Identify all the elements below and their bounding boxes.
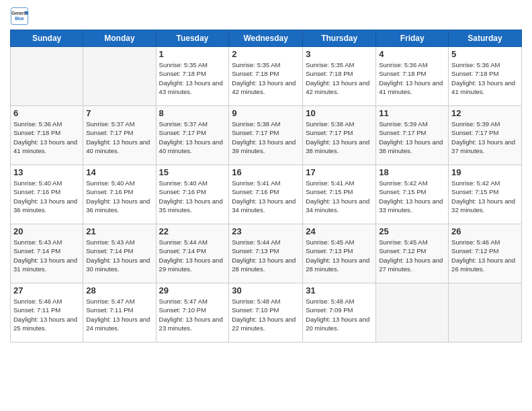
day-info: Sunrise: 5:46 AM Sunset: 7:12 PM Dayligh… bbox=[451, 238, 519, 273]
day-cell: 29Sunrise: 5:47 AM Sunset: 7:10 PM Dayli… bbox=[156, 283, 229, 342]
day-cell bbox=[449, 283, 522, 342]
weekday-saturday: Saturday bbox=[449, 30, 522, 47]
day-number: 24 bbox=[306, 226, 373, 236]
day-info: Sunrise: 5:44 AM Sunset: 7:14 PM Dayligh… bbox=[159, 238, 226, 273]
day-number: 8 bbox=[159, 108, 226, 118]
day-info: Sunrise: 5:48 AM Sunset: 7:09 PM Dayligh… bbox=[306, 297, 373, 332]
day-info: Sunrise: 5:40 AM Sunset: 7:16 PM Dayligh… bbox=[86, 179, 152, 214]
day-number: 22 bbox=[159, 226, 226, 236]
day-number: 10 bbox=[306, 108, 373, 118]
day-cell: 25Sunrise: 5:45 AM Sunset: 7:12 PM Dayli… bbox=[376, 224, 449, 283]
day-info: Sunrise: 5:36 AM Sunset: 7:18 PM Dayligh… bbox=[451, 60, 519, 96]
weekday-friday: Friday bbox=[376, 30, 449, 47]
day-number: 4 bbox=[379, 49, 445, 59]
day-info: Sunrise: 5:44 AM Sunset: 7:13 PM Dayligh… bbox=[232, 238, 300, 273]
day-number: 5 bbox=[451, 49, 519, 59]
day-number: 18 bbox=[379, 167, 445, 177]
day-cell: 7Sunrise: 5:37 AM Sunset: 7:17 PM Daylig… bbox=[83, 106, 156, 165]
day-info: Sunrise: 5:38 AM Sunset: 7:17 PM Dayligh… bbox=[232, 120, 300, 155]
day-info: Sunrise: 5:45 AM Sunset: 7:12 PM Dayligh… bbox=[379, 238, 445, 273]
day-cell: 22Sunrise: 5:44 AM Sunset: 7:14 PM Dayli… bbox=[156, 224, 229, 283]
day-info: Sunrise: 5:35 AM Sunset: 7:18 PM Dayligh… bbox=[159, 60, 226, 96]
day-info: Sunrise: 5:48 AM Sunset: 7:10 PM Dayligh… bbox=[232, 297, 300, 332]
day-cell: 8Sunrise: 5:37 AM Sunset: 7:17 PM Daylig… bbox=[156, 106, 229, 165]
day-number: 15 bbox=[159, 167, 226, 177]
week-row-5: 27Sunrise: 5:46 AM Sunset: 7:11 PM Dayli… bbox=[11, 283, 522, 342]
header: General Blue bbox=[10, 7, 522, 26]
svg-text:Blue: Blue bbox=[15, 16, 24, 21]
week-row-1: 1Sunrise: 5:35 AM Sunset: 7:18 PM Daylig… bbox=[11, 47, 522, 106]
weekday-wednesday: Wednesday bbox=[229, 30, 303, 47]
day-info: Sunrise: 5:40 AM Sunset: 7:16 PM Dayligh… bbox=[13, 179, 80, 214]
day-info: Sunrise: 5:35 AM Sunset: 7:18 PM Dayligh… bbox=[306, 60, 373, 96]
day-number: 11 bbox=[379, 108, 445, 118]
day-info: Sunrise: 5:36 AM Sunset: 7:18 PM Dayligh… bbox=[13, 120, 80, 155]
day-number: 13 bbox=[13, 167, 80, 177]
day-number: 25 bbox=[379, 226, 445, 236]
day-info: Sunrise: 5:42 AM Sunset: 7:15 PM Dayligh… bbox=[451, 179, 519, 214]
week-row-4: 20Sunrise: 5:43 AM Sunset: 7:14 PM Dayli… bbox=[11, 224, 522, 283]
day-cell: 31Sunrise: 5:48 AM Sunset: 7:09 PM Dayli… bbox=[303, 283, 376, 342]
logo-icon: General Blue bbox=[10, 7, 29, 26]
day-number: 31 bbox=[306, 285, 373, 295]
day-number: 26 bbox=[451, 226, 519, 236]
day-cell: 19Sunrise: 5:42 AM Sunset: 7:15 PM Dayli… bbox=[449, 165, 522, 224]
day-cell bbox=[11, 47, 83, 106]
weekday-thursday: Thursday bbox=[303, 30, 376, 47]
day-number: 27 bbox=[13, 285, 80, 295]
day-info: Sunrise: 5:40 AM Sunset: 7:16 PM Dayligh… bbox=[159, 179, 226, 214]
day-number: 6 bbox=[13, 108, 80, 118]
page: General Blue SundayMondayTuesdayWednesda… bbox=[0, 0, 532, 411]
day-cell: 3Sunrise: 5:35 AM Sunset: 7:18 PM Daylig… bbox=[303, 47, 376, 106]
day-info: Sunrise: 5:43 AM Sunset: 7:14 PM Dayligh… bbox=[13, 238, 80, 273]
day-cell: 18Sunrise: 5:42 AM Sunset: 7:15 PM Dayli… bbox=[376, 165, 449, 224]
day-info: Sunrise: 5:41 AM Sunset: 7:15 PM Dayligh… bbox=[306, 179, 373, 214]
day-number: 7 bbox=[86, 108, 152, 118]
day-cell: 17Sunrise: 5:41 AM Sunset: 7:15 PM Dayli… bbox=[303, 165, 376, 224]
day-cell: 9Sunrise: 5:38 AM Sunset: 7:17 PM Daylig… bbox=[229, 106, 303, 165]
weekday-header-row: SundayMondayTuesdayWednesdayThursdayFrid… bbox=[11, 30, 522, 47]
week-row-3: 13Sunrise: 5:40 AM Sunset: 7:16 PM Dayli… bbox=[11, 165, 522, 224]
day-info: Sunrise: 5:38 AM Sunset: 7:17 PM Dayligh… bbox=[306, 120, 373, 155]
day-cell: 13Sunrise: 5:40 AM Sunset: 7:16 PM Dayli… bbox=[11, 165, 83, 224]
week-row-2: 6Sunrise: 5:36 AM Sunset: 7:18 PM Daylig… bbox=[11, 106, 522, 165]
weekday-sunday: Sunday bbox=[11, 30, 83, 47]
day-cell: 2Sunrise: 5:35 AM Sunset: 7:18 PM Daylig… bbox=[229, 47, 303, 106]
day-cell: 23Sunrise: 5:44 AM Sunset: 7:13 PM Dayli… bbox=[229, 224, 303, 283]
day-number: 23 bbox=[232, 226, 300, 236]
day-cell: 12Sunrise: 5:39 AM Sunset: 7:17 PM Dayli… bbox=[449, 106, 522, 165]
day-cell: 10Sunrise: 5:38 AM Sunset: 7:17 PM Dayli… bbox=[303, 106, 376, 165]
day-cell: 21Sunrise: 5:43 AM Sunset: 7:14 PM Dayli… bbox=[83, 224, 156, 283]
calendar-table: SundayMondayTuesdayWednesdayThursdayFrid… bbox=[10, 30, 522, 342]
day-number: 28 bbox=[86, 285, 152, 295]
day-number: 20 bbox=[13, 226, 80, 236]
weekday-tuesday: Tuesday bbox=[156, 30, 229, 47]
day-number: 2 bbox=[232, 49, 300, 59]
day-cell: 1Sunrise: 5:35 AM Sunset: 7:18 PM Daylig… bbox=[156, 47, 229, 106]
day-cell: 14Sunrise: 5:40 AM Sunset: 7:16 PM Dayli… bbox=[83, 165, 156, 224]
day-cell: 24Sunrise: 5:45 AM Sunset: 7:13 PM Dayli… bbox=[303, 224, 376, 283]
day-info: Sunrise: 5:35 AM Sunset: 7:18 PM Dayligh… bbox=[232, 60, 300, 96]
day-cell: 26Sunrise: 5:46 AM Sunset: 7:12 PM Dayli… bbox=[449, 224, 522, 283]
day-info: Sunrise: 5:43 AM Sunset: 7:14 PM Dayligh… bbox=[86, 238, 152, 273]
day-cell: 6Sunrise: 5:36 AM Sunset: 7:18 PM Daylig… bbox=[11, 106, 83, 165]
day-info: Sunrise: 5:41 AM Sunset: 7:16 PM Dayligh… bbox=[232, 179, 300, 214]
day-info: Sunrise: 5:39 AM Sunset: 7:17 PM Dayligh… bbox=[379, 120, 445, 155]
logo: General Blue bbox=[10, 7, 32, 26]
day-cell: 15Sunrise: 5:40 AM Sunset: 7:16 PM Dayli… bbox=[156, 165, 229, 224]
day-cell: 11Sunrise: 5:39 AM Sunset: 7:17 PM Dayli… bbox=[376, 106, 449, 165]
day-number: 1 bbox=[159, 49, 226, 59]
day-cell: 4Sunrise: 5:36 AM Sunset: 7:18 PM Daylig… bbox=[376, 47, 449, 106]
day-cell: 27Sunrise: 5:46 AM Sunset: 7:11 PM Dayli… bbox=[11, 283, 83, 342]
day-info: Sunrise: 5:46 AM Sunset: 7:11 PM Dayligh… bbox=[13, 297, 80, 332]
weekday-monday: Monday bbox=[83, 30, 156, 47]
day-number: 9 bbox=[232, 108, 300, 118]
day-info: Sunrise: 5:45 AM Sunset: 7:13 PM Dayligh… bbox=[306, 238, 373, 273]
day-cell bbox=[83, 47, 156, 106]
day-number: 19 bbox=[451, 167, 519, 177]
day-cell: 5Sunrise: 5:36 AM Sunset: 7:18 PM Daylig… bbox=[449, 47, 522, 106]
day-number: 16 bbox=[232, 167, 300, 177]
day-info: Sunrise: 5:37 AM Sunset: 7:17 PM Dayligh… bbox=[159, 120, 226, 155]
day-number: 14 bbox=[86, 167, 152, 177]
svg-text:General: General bbox=[11, 11, 28, 15]
